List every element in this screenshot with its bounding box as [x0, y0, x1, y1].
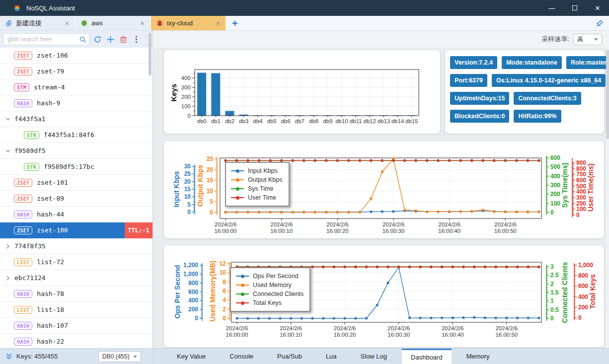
key-row[interactable]: ZSETzset-106 — [0, 48, 152, 64]
key-row[interactable]: HASHhash-9 — [0, 95, 152, 111]
main-panel: 采样速率: 高 0100200300400db0db1db2db3db4db5d… — [153, 31, 609, 364]
svg-text:200: 200 — [188, 306, 198, 313]
chevron-down-icon — [594, 38, 598, 41]
svg-text:900: 900 — [576, 159, 586, 166]
connection-tab-新建连接[interactable]: 新建连接× — [0, 16, 75, 30]
key-name: hash-44 — [37, 211, 64, 218]
key-row[interactable]: HASHhash-107 — [0, 318, 152, 334]
key-row[interactable]: LISTlist-72 — [0, 254, 152, 270]
svg-text:db2: db2 — [225, 118, 234, 124]
close-button[interactable]: ✕ — [586, 0, 609, 16]
close-icon[interactable]: × — [214, 19, 222, 27]
chevron-right-icon[interactable] — [5, 275, 11, 281]
key-row[interactable]: STRf9589df5:17bc — [0, 159, 152, 175]
key-row[interactable]: HASHhash-44 — [0, 207, 152, 222]
key-list: ZSETzset-106ZSETzset-79STMstream-4HASHha… — [0, 48, 152, 348]
window-title: NoSQL Assistant — [26, 4, 75, 12]
ttl-badge: TTL:-1 — [125, 222, 152, 238]
content-scrollbar[interactable] — [606, 48, 609, 348]
sample-rate-select[interactable]: 高 — [573, 34, 602, 45]
maximize-button[interactable] — [563, 0, 586, 16]
key-row[interactable]: ZSETzset-100TTL:-1 — [0, 222, 152, 238]
pin-icon[interactable] — [595, 19, 604, 28]
key-group-row[interactable]: f9589df5 — [0, 143, 152, 159]
bottom-tab-slow-log[interactable]: Slow Log — [352, 349, 396, 364]
key-row[interactable]: LISTlist-18 — [0, 302, 152, 318]
key-group-row[interactable]: f443f5a1 — [0, 111, 152, 127]
bottom-tab-key-value[interactable]: Key Value — [168, 349, 215, 364]
svg-text:db13: db13 — [378, 118, 390, 124]
svg-text:2024/2/6: 2024/2/6 — [442, 325, 464, 331]
key-row[interactable]: ZSETzset-89 — [0, 191, 152, 207]
info-badge: Version:7.2.4 — [450, 56, 497, 69]
bottom-tab-console[interactable]: Console — [221, 349, 262, 364]
svg-text:16:00:20: 16:00:20 — [326, 228, 349, 234]
key-row[interactable]: HASHhash-78 — [0, 286, 152, 302]
new-tab-button[interactable]: + — [227, 16, 243, 30]
tab-label: aws — [91, 19, 139, 27]
search-input[interactable] — [4, 34, 89, 45]
svg-text:2024/2/6: 2024/2/6 — [438, 221, 460, 227]
svg-text:16:00:40: 16:00:40 — [442, 332, 464, 338]
add-key-icon[interactable] — [106, 35, 115, 44]
key-row[interactable]: HASHhash-22 — [0, 334, 152, 348]
info-badge: Role:master — [566, 56, 609, 69]
svg-text:16:00:50: 16:00:50 — [495, 332, 518, 338]
svg-text:1,000: 1,000 — [183, 271, 198, 278]
bottom-tab-lua[interactable]: Lua — [317, 349, 346, 364]
app-logo-icon — [13, 4, 21, 12]
key-type-badge: HASH — [14, 290, 32, 298]
svg-text:2024/2/6: 2024/2/6 — [494, 221, 517, 227]
key-group-name: f443f5a1 — [14, 115, 46, 123]
key-type-badge: LIST — [14, 306, 32, 314]
key-group-row[interactable]: 774f8f35 — [0, 238, 152, 254]
more-menu-icon[interactable] — [132, 35, 141, 44]
svg-text:db0: db0 — [197, 118, 207, 124]
chevron-down-icon — [133, 356, 137, 358]
svg-text:db11: db11 — [350, 118, 362, 124]
key-row[interactable]: STMstream-4 — [0, 79, 152, 95]
key-row[interactable]: ZSETzset-79 — [0, 64, 152, 79]
svg-text:400: 400 — [181, 75, 191, 81]
bottom-tab-pua-sub[interactable]: Pua/Sub — [268, 349, 311, 364]
legend-item: Output Kbps — [231, 175, 283, 184]
chevron-down-icon[interactable] — [5, 116, 11, 122]
connection-tab-aws[interactable]: aws× — [76, 16, 150, 30]
key-group-name: f9589df5 — [14, 147, 46, 154]
db-select[interactable]: DB0 (455) — [98, 351, 141, 362]
svg-text:Connected Clients: Connected Clients — [561, 262, 569, 323]
svg-text:2024/2/6: 2024/2/6 — [280, 325, 302, 331]
key-row[interactable]: ZSETzset-101 — [0, 175, 152, 191]
close-icon[interactable]: × — [139, 19, 146, 27]
key-type-badge: STR — [24, 163, 39, 171]
key-group-row[interactable]: ebc71124 — [0, 270, 152, 286]
svg-text:30: 30 — [184, 163, 191, 170]
key-name: zset-106 — [37, 52, 68, 59]
chevron-right-icon[interactable] — [5, 243, 11, 249]
collapse-all-icon[interactable] — [5, 353, 13, 361]
minimize-button[interactable]: — — [540, 0, 563, 16]
svg-text:db3: db3 — [239, 118, 248, 124]
bottom-tab-dashboard[interactable]: Dashboard — [402, 349, 452, 364]
delete-trash-icon[interactable] — [119, 35, 128, 44]
close-icon[interactable]: × — [63, 19, 71, 27]
sample-rate-label: 采样速率: — [541, 35, 569, 44]
key-row[interactable]: STRf443f5a1:84f6 — [0, 127, 152, 143]
key-name: hash-78 — [37, 290, 64, 297]
legend-item: Input Kbps — [231, 166, 283, 175]
info-badge: Mode:standalone — [502, 56, 562, 69]
svg-text:100: 100 — [181, 103, 191, 109]
svg-text:db14: db14 — [391, 118, 404, 124]
svg-text:2.5: 2.5 — [550, 272, 559, 279]
svg-text:6: 6 — [223, 288, 226, 294]
key-name: zset-100 — [37, 226, 68, 234]
bottom-tab-memory[interactable]: Memory — [457, 349, 499, 364]
svg-text:1: 1 — [550, 297, 554, 304]
refresh-icon[interactable] — [93, 35, 102, 44]
chevron-down-icon[interactable] — [5, 148, 11, 154]
connection-tab-txy-cloud[interactable]: txy-cloud× — [151, 16, 226, 30]
sidebar-scrollbar[interactable] — [149, 33, 152, 75]
svg-text:Total Keys: Total Keys — [589, 274, 597, 309]
svg-text:db15: db15 — [405, 118, 418, 124]
legend-item: Ops Per Second — [236, 272, 304, 281]
